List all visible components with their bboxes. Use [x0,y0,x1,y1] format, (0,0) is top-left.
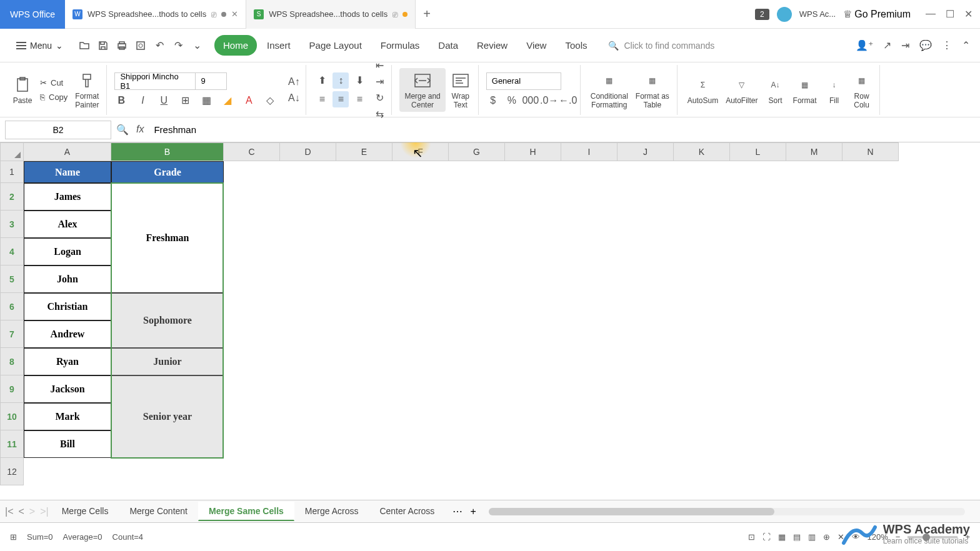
view-icon-2[interactable]: ⛶ [762,532,771,542]
cell-A5[interactable]: John [24,266,111,293]
save-icon[interactable] [96,38,111,53]
column-header-H[interactable]: H [505,142,561,161]
sheet-tab-center-across[interactable]: Center Across [369,502,445,521]
tab-insert[interactable]: Insert [258,35,299,56]
cell-A6[interactable]: Christian [24,293,111,320]
row-header-3[interactable]: 3 [0,211,24,238]
tab-home[interactable]: Home [214,35,257,56]
cut-button[interactable]: ✂Cut [38,77,70,89]
increase-decimal-button[interactable]: .0→ [542,94,556,107]
border-button[interactable]: ⊞ [178,94,192,107]
row-header-8[interactable]: 8 [0,348,24,375]
next-sheet-button[interactable]: > [29,506,35,517]
row-col-button[interactable]: ▦ Row Colu [849,68,874,112]
zoom-formula-icon[interactable]: 🔍 [116,124,129,136]
sheet-tab-merge-across[interactable]: Merge Across [294,502,369,521]
prev-sheet-button[interactable]: < [19,506,24,517]
open-icon[interactable] [77,38,92,53]
font-color-button[interactable]: A [242,94,256,107]
column-header-E[interactable]: E [336,142,392,161]
close-button[interactable]: ✕ [964,8,972,20]
align-right-button[interactable]: ≡ [351,91,368,107]
column-header-L[interactable]: L [730,142,786,161]
close-tab-icon[interactable]: ✕ [231,9,238,19]
row-header-4[interactable]: 4 [0,238,24,266]
sheet-tab-merge-cells[interactable]: Merge Cells [51,502,119,521]
autosum-button[interactable]: Σ AutoSum [685,72,721,107]
settings-icon[interactable]: ⇥ [901,39,909,51]
minimize-button[interactable]: — [926,8,936,20]
cell-B9-merged[interactable]: Senior year [111,375,224,458]
view-page-button[interactable]: ▤ [793,532,801,542]
row-header-11[interactable]: 11 [0,430,24,458]
tab-formulas[interactable]: Formulas [372,35,429,56]
cell-A7[interactable]: Andrew [24,320,111,348]
select-all-corner[interactable] [0,142,24,161]
row-header-7[interactable]: 7 [0,320,24,348]
document-tab-2[interactable]: S WPS Spreadshee...thods to cells ⎚ [246,0,416,29]
align-left-button[interactable]: ≡ [314,91,330,107]
name-box[interactable]: B2 [5,121,111,139]
cell-B2-merged[interactable]: Freshman [111,183,224,293]
new-tab-button[interactable]: + [416,7,438,21]
font-size-select[interactable]: 9 [196,72,227,90]
merge-center-button[interactable]: Merge and Center [399,68,445,112]
collapse-ribbon-icon[interactable]: ⌃ [962,39,970,51]
number-format-select[interactable]: General [486,72,561,90]
spreadsheet-grid[interactable]: ABCDEFGHIJKLMN 123456789101112 NameGrade… [0,142,980,486]
column-header-A[interactable]: A [24,142,111,161]
increase-indent-button[interactable]: ⇥ [372,75,386,89]
cell-A1[interactable]: Name [24,161,111,183]
menu-button[interactable]: Menu ⌄ [10,37,69,54]
align-center-button[interactable]: ≡ [332,91,349,107]
column-header-M[interactable]: M [786,142,842,161]
underline-button[interactable]: U [157,94,171,107]
align-bottom-button[interactable]: ⬇ [351,72,368,89]
tab-tools[interactable]: Tools [556,35,596,56]
format-painter-button[interactable]: Format Painter [72,68,101,112]
format-table-button[interactable]: ▦ Format as Table [633,68,672,112]
row-header-12[interactable]: 12 [0,458,24,485]
print-preview-icon[interactable] [133,38,148,53]
sheet-tab-merge-content[interactable]: Merge Content [119,502,198,521]
fill-color-button[interactable]: ◢ [221,94,234,107]
share-icon[interactable]: 👤⁺ [856,39,873,51]
decrease-font-button[interactable]: A↓ [287,91,301,105]
column-header-I[interactable]: I [561,142,618,161]
column-header-B[interactable]: B [111,142,224,161]
more-icon[interactable]: ⋮ [942,39,952,51]
cell-A2[interactable]: James [24,183,111,211]
decrease-decimal-button[interactable]: ←.0 [561,94,575,107]
paste-button[interactable]: Paste [10,72,35,107]
cell-B8-merged[interactable]: Junior [111,348,224,375]
autofilter-button[interactable]: ▽ AutoFilter [723,72,760,107]
column-header-D[interactable]: D [280,142,336,161]
font-name-select[interactable]: Shippori Mincho B1 [114,72,196,90]
column-header-N[interactable]: N [842,142,899,161]
cell-A8[interactable]: Ryan [24,348,111,375]
wrap-text-button[interactable]: Wrap Text [448,68,473,112]
tab-view[interactable]: View [518,35,555,56]
percent-button[interactable]: % [505,94,519,107]
go-premium-button[interactable]: ♕ Go Premium [843,8,911,20]
row-header-2[interactable]: 2 [0,183,24,211]
cell-style-button[interactable]: ▦ [199,94,213,107]
view-icon-3[interactable]: ⊕ [823,532,830,542]
cell-B6-merged[interactable]: Sophomore [111,293,224,348]
comma-button[interactable]: 000 [524,94,538,107]
command-search[interactable]: 🔍 Click to find commands [608,41,714,51]
column-header-J[interactable]: J [618,142,674,161]
column-header-G[interactable]: G [449,142,505,161]
tab-data[interactable]: Data [429,35,467,56]
column-header-K[interactable]: K [674,142,730,161]
cell-A4[interactable]: Logan [24,238,111,266]
print-icon[interactable] [114,38,129,53]
sort-button[interactable]: A↓ Sort [763,72,788,107]
column-header-C[interactable]: C [224,142,280,161]
row-header-9[interactable]: 9 [0,375,24,403]
document-tab-1[interactable]: W WPS Spreadshee...thods to cells ⎚ ✕ [65,0,246,29]
cell-A9[interactable]: Jackson [24,375,111,403]
decrease-indent-button[interactable]: ⇤ [372,59,386,72]
cell-A3[interactable]: Alex [24,211,111,238]
text-direction-button[interactable]: ⇆ [372,107,386,121]
